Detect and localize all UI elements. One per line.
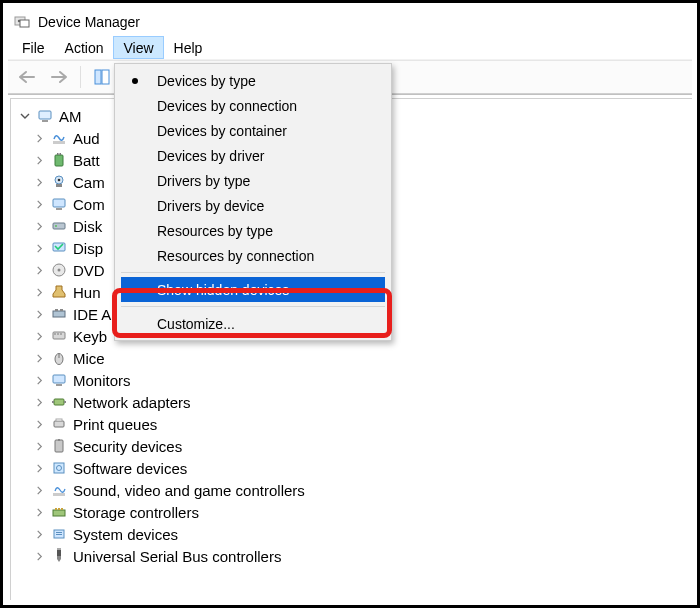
tree-item[interactable]: Monitors <box>33 369 692 391</box>
expand-icon[interactable] <box>33 484 45 496</box>
svg-rect-9 <box>42 120 48 122</box>
expand-icon[interactable] <box>33 242 45 254</box>
expand-icon[interactable] <box>33 506 45 518</box>
dropdown-label: Devices by type <box>157 73 256 89</box>
svg-rect-40 <box>55 440 63 452</box>
svg-rect-19 <box>53 223 65 229</box>
toolbar-btn-1[interactable] <box>87 64 117 90</box>
svg-rect-39 <box>56 419 62 421</box>
device-category-icon <box>51 152 67 168</box>
expand-icon[interactable] <box>33 374 45 386</box>
expand-icon[interactable] <box>33 396 45 408</box>
menu-file[interactable]: File <box>12 36 55 59</box>
dropdown-label: Resources by connection <box>157 248 314 264</box>
back-button[interactable] <box>12 64 42 90</box>
dropdown-label: Show hidden devices <box>157 282 289 298</box>
tree-item-label: Security devices <box>73 439 182 454</box>
expand-icon[interactable] <box>33 286 45 298</box>
menu-devices-by-container[interactable]: Devices by container <box>117 118 389 143</box>
tree-item[interactable]: Mice <box>33 347 692 369</box>
tree-item-label: Monitors <box>73 373 131 388</box>
computer-icon <box>37 108 53 124</box>
collapse-icon[interactable] <box>19 110 31 122</box>
forward-button[interactable] <box>44 64 74 90</box>
expand-icon[interactable] <box>33 220 45 232</box>
tree-item[interactable]: System devices <box>33 523 692 545</box>
tree-root-label: AM <box>59 109 82 124</box>
device-category-icon <box>51 372 67 388</box>
dropdown-separator <box>121 272 385 273</box>
device-category-icon <box>51 196 67 212</box>
tree-item-label: Batt <box>73 153 100 168</box>
menu-devices-by-type[interactable]: Devices by type <box>117 68 389 93</box>
dropdown-label: Drivers by type <box>157 173 250 189</box>
device-category-icon <box>51 328 67 344</box>
menu-customize[interactable]: Customize... <box>117 311 389 336</box>
expand-icon[interactable] <box>33 176 45 188</box>
tree-item-label: Keyb <box>73 329 107 344</box>
tree-item-label: Aud <box>73 131 100 146</box>
tree-item[interactable]: Print queues <box>33 413 692 435</box>
menu-drivers-by-type[interactable]: Drivers by type <box>117 168 389 193</box>
device-category-icon <box>51 174 67 190</box>
expand-icon[interactable] <box>33 418 45 430</box>
svg-rect-34 <box>56 384 62 386</box>
device-category-icon <box>51 218 67 234</box>
tree-item[interactable]: Network adapters <box>33 391 692 413</box>
device-category-icon <box>51 460 67 476</box>
device-category-icon <box>51 438 67 454</box>
dropdown-label: Resources by type <box>157 223 273 239</box>
expand-icon[interactable] <box>33 550 45 562</box>
tree-item[interactable]: Sound, video and game controllers <box>33 479 692 501</box>
expand-icon[interactable] <box>33 330 45 342</box>
tree-item-label: Com <box>73 197 105 212</box>
svg-rect-35 <box>54 399 64 405</box>
svg-point-2 <box>18 20 20 22</box>
device-category-icon <box>51 350 67 366</box>
expand-icon[interactable] <box>33 198 45 210</box>
menu-view[interactable]: View <box>113 36 163 59</box>
menu-help[interactable]: Help <box>164 36 213 59</box>
menu-resources-by-type[interactable]: Resources by type <box>117 218 389 243</box>
svg-rect-28 <box>54 333 56 335</box>
menu-action[interactable]: Action <box>55 36 114 59</box>
expand-icon[interactable] <box>33 462 45 474</box>
svg-rect-4 <box>102 70 109 84</box>
expand-icon[interactable] <box>33 308 45 320</box>
tree-item[interactable]: Software devices <box>33 457 692 479</box>
device-category-icon <box>51 526 67 542</box>
svg-rect-29 <box>57 333 59 335</box>
tree-item[interactable]: Security devices <box>33 435 692 457</box>
svg-rect-8 <box>39 111 51 119</box>
svg-rect-17 <box>53 199 65 207</box>
expand-icon[interactable] <box>33 440 45 452</box>
window-title: Device Manager <box>38 14 140 30</box>
svg-rect-26 <box>60 309 63 311</box>
tree-item[interactable]: Universal Serial Bus controllers <box>33 545 692 567</box>
svg-rect-44 <box>53 493 65 496</box>
tree-item-label: Disp <box>73 241 103 256</box>
menu-show-hidden-devices[interactable]: Show hidden devices <box>121 277 385 302</box>
expand-icon[interactable] <box>33 264 45 276</box>
menu-devices-by-driver[interactable]: Devices by driver <box>117 143 389 168</box>
menu-resources-by-connection[interactable]: Resources by connection <box>117 243 389 268</box>
expand-icon[interactable] <box>33 154 45 166</box>
menu-drivers-by-device[interactable]: Drivers by device <box>117 193 389 218</box>
svg-rect-13 <box>60 153 62 155</box>
device-category-icon <box>51 262 67 278</box>
device-category-icon <box>51 548 67 564</box>
menu-devices-by-connection[interactable]: Devices by connection <box>117 93 389 118</box>
tree-item[interactable]: Storage controllers <box>33 501 692 523</box>
expand-icon[interactable] <box>33 528 45 540</box>
toolbar-separator <box>80 66 81 88</box>
svg-rect-12 <box>57 153 59 155</box>
expand-icon[interactable] <box>33 132 45 144</box>
expand-icon[interactable] <box>33 352 45 364</box>
dropdown-label: Drivers by device <box>157 198 264 214</box>
svg-rect-11 <box>55 155 63 166</box>
dropdown-label: Devices by connection <box>157 98 297 114</box>
tree-item-label: IDE A <box>73 307 111 322</box>
svg-rect-30 <box>60 333 62 335</box>
tree-item-label: Network adapters <box>73 395 191 410</box>
svg-rect-48 <box>56 534 62 535</box>
